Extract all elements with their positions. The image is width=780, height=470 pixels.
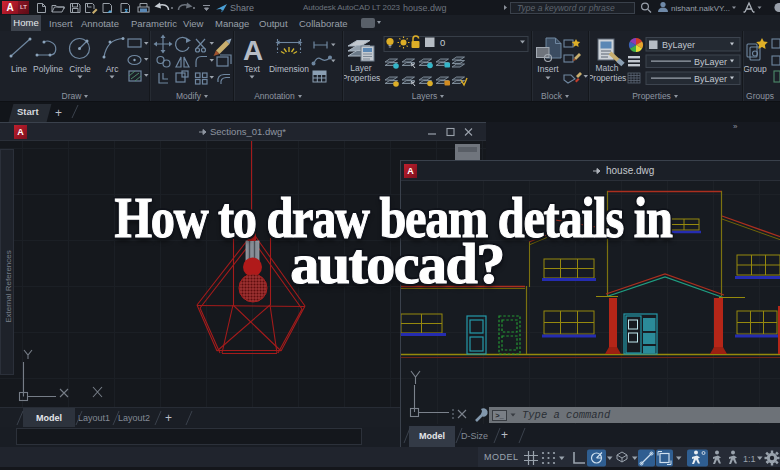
svg-text:Share: Share: [230, 3, 254, 13]
svg-text:Text: Text: [244, 64, 260, 74]
svg-text:Polyline: Polyline: [33, 64, 63, 74]
svg-text:Match: Match: [595, 63, 618, 73]
svg-text:ByLayer: ByLayer: [694, 74, 727, 84]
svg-text:A: A: [243, 35, 263, 66]
svg-text:1:1: 1:1: [743, 454, 756, 464]
svg-text:Layer: Layer: [350, 63, 371, 73]
svg-text:Arc: Arc: [106, 64, 120, 74]
svg-text:ByLayer: ByLayer: [694, 57, 727, 67]
svg-text:ByLayer: ByLayer: [662, 40, 695, 50]
svg-text:Insert: Insert: [537, 64, 559, 74]
svg-text:Line: Line: [11, 64, 27, 74]
svg-text:Dimension: Dimension: [269, 64, 309, 74]
svg-text:Circle: Circle: [69, 64, 91, 74]
svg-text:Group: Group: [743, 64, 767, 74]
svg-text:Properties: Properties: [588, 73, 627, 83]
svg-text:Properties: Properties: [342, 73, 381, 83]
svg-text:0: 0: [440, 37, 445, 48]
